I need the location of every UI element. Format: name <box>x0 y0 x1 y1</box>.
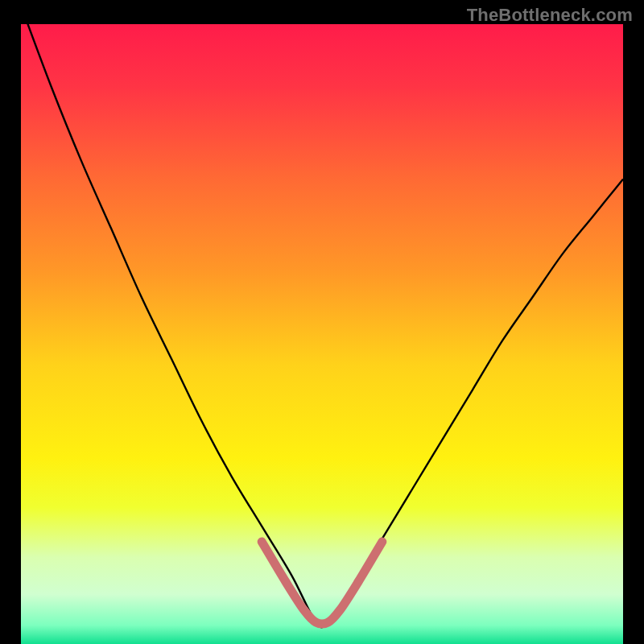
bottleneck-chart <box>21 24 623 644</box>
watermark-text: TheBottleneck.com <box>467 5 633 26</box>
gradient-bg <box>21 24 623 644</box>
plot-area <box>21 24 623 644</box>
chart-frame: TheBottleneck.com <box>0 0 644 644</box>
